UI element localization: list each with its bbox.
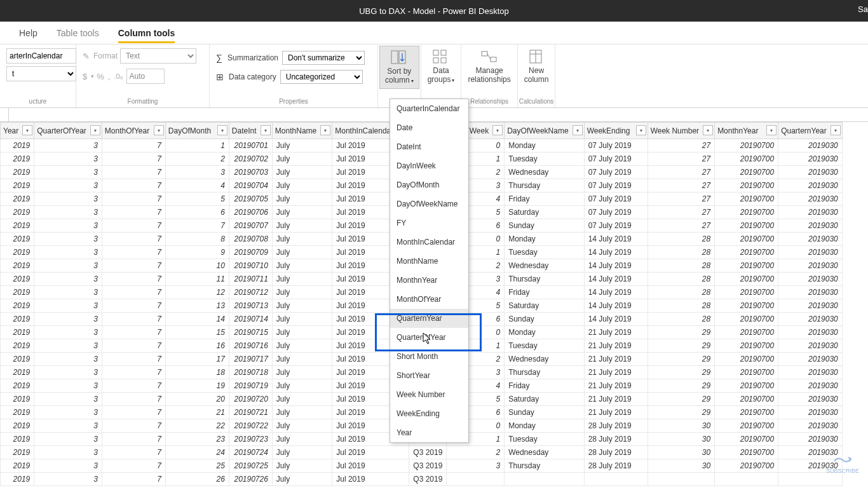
filter-icon[interactable]: ▾ [320, 125, 330, 135]
table-cell[interactable]: 2 [447, 446, 505, 459]
table-cell[interactable]: 30 [648, 433, 714, 446]
sort-by-column-button[interactable]: Sort by column▾ [379, 46, 419, 89]
table-cell[interactable]: 07 July 2019 [584, 166, 648, 179]
table-cell[interactable]: 8 [165, 233, 229, 246]
table-cell[interactable]: 21 July 2019 [584, 406, 648, 419]
table-cell[interactable]: 14 July 2019 [584, 313, 648, 326]
sort-by-column-dropdown[interactable]: QuarterInCalendarDateDateIntDayInWeekDay… [390, 98, 469, 443]
table-cell[interactable]: Wednesday [505, 166, 584, 179]
tab-column-tools[interactable]: Column tools [118, 23, 175, 43]
table-cell[interactable]: July [272, 339, 332, 353]
dropdown-item[interactable]: QuarterInCalendar [390, 99, 468, 118]
table-cell[interactable]: 2019030 [778, 299, 843, 313]
filter-icon[interactable]: ▾ [261, 125, 271, 135]
dropdown-item[interactable]: DayInWeek [390, 156, 468, 175]
table-cell[interactable]: 07 July 2019 [584, 152, 648, 166]
table-cell[interactable]: 3 [34, 139, 102, 152]
table-cell[interactable]: Q3 2019 [409, 459, 447, 473]
table-cell[interactable]: 7 [102, 366, 165, 379]
table-cell[interactable]: 7 [102, 473, 165, 486]
table-cell[interactable]: 27 [648, 179, 714, 193]
table-cell[interactable]: 20190708 [229, 233, 272, 246]
table-cell[interactable]: 7 [102, 139, 165, 152]
column-header[interactable]: QuarternYear▾ [778, 123, 843, 139]
table-cell[interactable]: 7 [102, 299, 165, 313]
table-cell[interactable]: July [272, 379, 332, 393]
table-cell[interactable]: 1 [165, 139, 229, 152]
table-cell[interactable]: 21 July 2019 [584, 326, 648, 339]
table-cell[interactable]: 29 [648, 353, 714, 366]
table-cell[interactable]: 2019 [1, 299, 34, 313]
table-cell[interactable]: 2019 [1, 139, 34, 152]
table-cell[interactable]: 20190706 [229, 206, 272, 219]
table-cell[interactable]: July [272, 139, 332, 152]
table-cell[interactable]: 13 [165, 299, 229, 313]
table-cell[interactable]: 3 [34, 273, 102, 286]
table-cell[interactable]: 2019 [1, 152, 34, 166]
table-cell[interactable]: 22 [165, 419, 229, 433]
table-cell[interactable]: 7 [165, 219, 229, 233]
table-cell[interactable]: 16 [165, 339, 229, 353]
table-cell[interactable]: July [272, 193, 332, 206]
table-cell[interactable]: 3 [34, 406, 102, 419]
dropdown-item[interactable]: Short Month [390, 347, 468, 366]
table-cell[interactable]: 3 [34, 286, 102, 299]
table-cell[interactable]: 7 [102, 286, 165, 299]
table-cell[interactable]: 9 [165, 246, 229, 259]
table-cell[interactable]: 21 July 2019 [584, 379, 648, 393]
dropdown-item[interactable]: Date [390, 118, 468, 137]
table-cell[interactable]: Q3 2019 [409, 446, 447, 459]
column-header[interactable]: DayOfMonth▾ [165, 123, 229, 139]
table-cell[interactable]: 3 [34, 246, 102, 259]
dropdown-item[interactable]: ShortYear [390, 366, 468, 385]
table-cell[interactable]: 28 [648, 313, 714, 326]
table-cell[interactable]: 2019030 [778, 206, 843, 219]
table-cell[interactable]: 3 [34, 446, 102, 459]
table-cell[interactable]: July [272, 233, 332, 246]
table-cell[interactable]: 2019030 [778, 366, 843, 379]
table-cell[interactable]: 2019030 [778, 379, 843, 393]
table-cell[interactable]: 28 [648, 299, 714, 313]
table-cell[interactable]: Wednesday [505, 353, 584, 366]
table-cell[interactable]: 3 [34, 299, 102, 313]
table-cell[interactable]: 3 [34, 152, 102, 166]
table-cell[interactable]: 28 [648, 259, 714, 273]
table-cell[interactable]: 2019 [1, 393, 34, 406]
table-cell[interactable]: 21 July 2019 [584, 393, 648, 406]
table-cell[interactable]: Friday [505, 379, 584, 393]
table-cell[interactable]: Sunday [505, 219, 584, 233]
table-cell[interactable]: 29 [648, 406, 714, 419]
dropdown-item[interactable]: Year [390, 423, 468, 442]
table-cell[interactable]: 28 [648, 233, 714, 246]
table-cell[interactable]: 3 [34, 179, 102, 193]
table-cell[interactable]: 20 [165, 393, 229, 406]
filter-icon[interactable]: ▾ [831, 125, 841, 135]
table-cell[interactable]: 7 [102, 246, 165, 259]
table-cell[interactable]: 2019030 [778, 259, 843, 273]
table-cell[interactable]: 07 July 2019 [584, 193, 648, 206]
table-cell[interactable]: 2019030 [778, 166, 843, 179]
table-cell[interactable]: Thursday [505, 366, 584, 379]
table-cell[interactable]: Sunday [505, 313, 584, 326]
table-cell[interactable]: 2019030 [778, 139, 843, 152]
tab-help[interactable]: Help [19, 23, 37, 43]
table-cell[interactable]: 21 July 2019 [584, 339, 648, 353]
table-cell[interactable]: 20190723 [229, 433, 272, 446]
table-cell[interactable]: 27 [648, 139, 714, 152]
table-cell[interactable]: 28 [648, 273, 714, 286]
dropdown-item[interactable]: MonthName [390, 252, 468, 271]
table-cell[interactable]: 20190700 [715, 179, 778, 193]
table-cell[interactable]: 20190712 [229, 286, 272, 299]
dropdown-item[interactable]: MonthInCalendar [390, 233, 468, 252]
column-header[interactable]: MonthnYear▾ [715, 123, 778, 139]
dropdown-item[interactable]: QuarterOfYear [390, 328, 468, 347]
table-cell[interactable]: 28 July 2019 [584, 446, 648, 459]
table-cell[interactable]: 3 [34, 393, 102, 406]
table-cell[interactable]: 29 [648, 326, 714, 339]
table-cell[interactable]: 7 [102, 233, 165, 246]
table-cell[interactable]: 2019030 [778, 193, 843, 206]
table-cell[interactable]: 3 [34, 459, 102, 473]
table-cell[interactable]: 7 [102, 206, 165, 219]
decimals-icon[interactable]: .0₀ [114, 72, 122, 81]
table-cell[interactable]: 20190700 [715, 339, 778, 353]
